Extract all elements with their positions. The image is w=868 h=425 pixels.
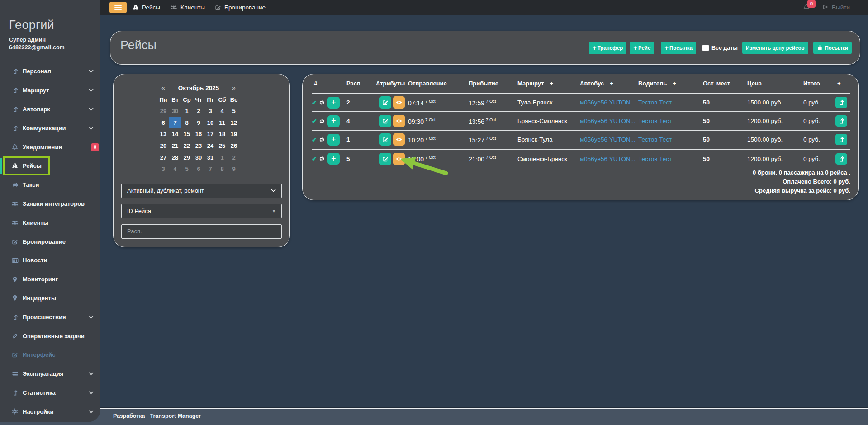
driver-link[interactable]: Тестов Тест — [638, 136, 703, 143]
column-header[interactable]: + — [834, 80, 850, 87]
bus-link[interactable]: м056уе56 YUTON... — [580, 156, 638, 162]
calendar-day[interactable]: 8 — [216, 163, 228, 175]
add-trip-button[interactable]: +Рейс — [630, 42, 654, 54]
calendar-day[interactable]: 7 — [204, 163, 216, 175]
edit-trip-button[interactable] — [379, 133, 391, 146]
calendar-day[interactable]: 4 — [216, 105, 228, 117]
sidebar-item[interactable]: Настройки — [0, 402, 100, 421]
edit-trip-button[interactable] — [379, 96, 391, 109]
calendar-day[interactable]: 12 — [228, 117, 240, 129]
bus-link[interactable]: м056уе56 YUTON... — [580, 99, 638, 106]
calendar-day[interactable]: 18 — [216, 128, 228, 140]
calendar-day[interactable]: 14 — [169, 128, 181, 140]
sidebar-item[interactable]: Рейсы — [0, 156, 100, 175]
calendar-day[interactable]: 1 — [181, 105, 193, 117]
view-trip-button[interactable] — [393, 115, 405, 127]
view-trip-button[interactable] — [393, 96, 405, 109]
hamburger-menu-button[interactable] — [109, 2, 127, 13]
calendar-day[interactable]: 24 — [204, 140, 216, 152]
add-row-button[interactable]: + — [327, 134, 340, 146]
add-transfer-button[interactable]: +Трансфер — [589, 42, 626, 54]
bus-link[interactable]: м056уе56 YUTON... — [580, 118, 638, 124]
calendar-day[interactable]: 23 — [193, 140, 204, 152]
calendar-day[interactable]: 21 — [169, 140, 181, 152]
calendar-day[interactable]: 13 — [157, 128, 169, 140]
add-row-button[interactable]: + — [327, 97, 340, 109]
calendar-day[interactable]: 6 — [157, 117, 169, 129]
sidebar-item[interactable]: Маршрут — [0, 81, 100, 100]
sidebar-item[interactable]: Такси — [0, 175, 100, 194]
logout-button[interactable]: Выйти — [822, 4, 850, 11]
driver-link[interactable]: Тестов Тест — [638, 118, 703, 124]
sidebar-item[interactable]: Интерфейс — [0, 345, 100, 364]
calendar-day[interactable]: 15 — [181, 128, 193, 140]
calendar-day[interactable]: 1 — [216, 151, 228, 163]
topnav-item-2[interactable]: Клиенты — [165, 4, 210, 11]
sidebar-item[interactable]: Эксплуатация — [0, 364, 100, 383]
calendar-day[interactable]: 19 — [228, 128, 240, 140]
view-trip-button[interactable] — [393, 133, 405, 146]
sidebar-item[interactable]: Уведомления0 — [0, 137, 100, 156]
calendar-day[interactable]: 25 — [216, 140, 228, 152]
calendar-day[interactable]: 30 — [169, 105, 181, 117]
calendar-day[interactable]: 10 — [204, 117, 216, 129]
notifications-bell-button[interactable]: 0 — [803, 4, 810, 12]
sidebar-item[interactable]: Заявки интеграторов — [0, 194, 100, 213]
calendar-day[interactable]: 26 — [228, 140, 240, 152]
calendar-day[interactable]: 5 — [181, 163, 193, 175]
column-header[interactable]: Маршрут+ — [517, 80, 580, 87]
calendar-day[interactable]: 20 — [157, 140, 169, 152]
edit-trip-button[interactable] — [379, 115, 391, 127]
calendar-day[interactable]: 31 — [204, 151, 216, 163]
calendar-day[interactable]: 29 — [157, 105, 169, 117]
sidebar-item[interactable]: Персонал — [0, 62, 100, 81]
calendar-day[interactable]: 2 — [193, 105, 204, 117]
level-up-button[interactable] — [835, 97, 847, 108]
calendar-day[interactable]: 5 — [228, 105, 240, 117]
sidebar-item[interactable]: Мониторинг — [0, 270, 100, 289]
sidebar-item[interactable]: Коммуникации — [0, 118, 100, 137]
calendar-day[interactable]: 3 — [157, 163, 169, 175]
status-filter-select[interactable]: Активный, дубликат, ремонт — [121, 184, 282, 198]
sidebar-item[interactable]: Клиенты — [0, 213, 100, 232]
sidebar-item[interactable]: Новости — [0, 251, 100, 270]
calendar-day[interactable]: 29 — [181, 151, 193, 163]
change-price-button[interactable]: Изменить цену рейсов — [742, 42, 808, 54]
calendar-day[interactable]: 9 — [228, 163, 240, 175]
calendar-day[interactable]: 16 — [193, 128, 204, 140]
sidebar-item[interactable]: Бронирование — [0, 232, 100, 251]
sidebar-item[interactable]: Инциденты — [0, 289, 100, 308]
calendar-next-button[interactable]: » — [228, 84, 240, 91]
sidebar-item[interactable]: Оперативные задачи — [0, 326, 100, 345]
parcels-button[interactable]: Посылки — [813, 42, 852, 54]
topnav-item-1[interactable]: Рейсы — [128, 4, 165, 11]
calendar-day[interactable]: 22 — [181, 140, 193, 152]
calendar-day[interactable]: 9 — [193, 117, 204, 129]
calendar-day[interactable]: 3 — [204, 105, 216, 117]
sidebar-item[interactable]: Происшествия — [0, 307, 100, 326]
calendar-day[interactable]: 4 — [169, 163, 181, 175]
trip-id-select[interactable]: ID Рейса ▼ — [121, 204, 282, 218]
calendar-day[interactable]: 27 — [157, 151, 169, 163]
driver-link[interactable]: Тестов Тест — [638, 99, 703, 106]
add-row-button[interactable]: + — [327, 115, 340, 127]
calendar-prev-button[interactable]: « — [157, 84, 169, 91]
calendar-day[interactable]: 28 — [169, 151, 181, 163]
rasp-input[interactable]: Расп. — [121, 224, 282, 239]
calendar-day[interactable]: 11 — [216, 117, 228, 129]
calendar-title[interactable]: Октябрь 2025 — [169, 85, 228, 91]
column-header[interactable]: Водитель+ — [638, 80, 703, 87]
level-up-button[interactable] — [835, 153, 847, 165]
sidebar-item[interactable]: Статистика — [0, 383, 100, 402]
edit-trip-button[interactable] — [379, 153, 391, 165]
calendar-day[interactable]: 17 — [204, 128, 216, 140]
driver-link[interactable]: Тестов Тест — [638, 156, 703, 162]
calendar-day[interactable]: 8 — [181, 117, 193, 129]
calendar-day[interactable]: 2 — [228, 151, 240, 163]
column-header[interactable]: Автобус+ — [580, 80, 638, 87]
bus-link[interactable]: м056уе56 YUTON... — [580, 136, 638, 143]
sidebar-item[interactable]: Автопарк — [0, 100, 100, 119]
calendar-day[interactable]: 6 — [193, 163, 204, 175]
level-up-button[interactable] — [835, 115, 847, 127]
add-parcel-button[interactable]: +Посылка — [661, 42, 696, 54]
